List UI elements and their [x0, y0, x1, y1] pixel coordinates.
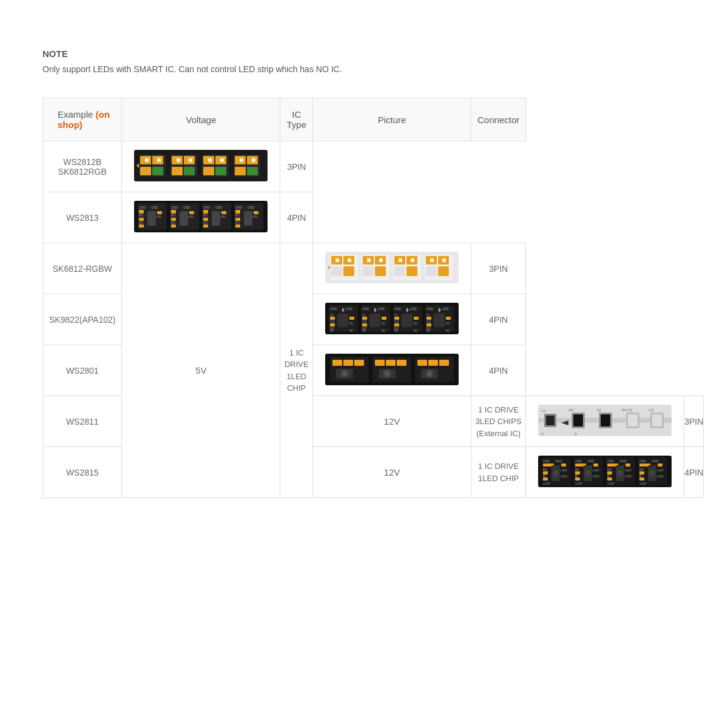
example-cell: WS2812B SK6812RGB [43, 141, 122, 192]
picture-cell: GND GND CI CO DO 5V 5V 5V GND GND CI [313, 294, 471, 345]
svg-text:L2: L2 [597, 408, 601, 412]
svg-text:DO: DO [171, 221, 176, 224]
table-row: WS2813 GND GND BO DO +5V GND GND BO [43, 192, 704, 243]
svg-rect-215 [561, 463, 566, 467]
svg-text:GND: GND [171, 206, 178, 209]
svg-text:5V: 5V [349, 322, 354, 325]
svg-text:CI: CI [362, 313, 365, 317]
svg-text:CO: CO [394, 320, 399, 323]
svg-text:BO: BO [575, 468, 579, 471]
header-voltage: Voltage [122, 98, 280, 141]
svg-point-214 [553, 470, 559, 476]
svg-text:5V: 5V [362, 329, 366, 332]
svg-rect-19 [215, 167, 226, 175]
svg-text:CI: CI [330, 313, 333, 317]
svg-text:BO: BO [639, 468, 644, 471]
svg-text:CI: CI [426, 313, 430, 317]
svg-rect-193 [601, 414, 610, 426]
svg-text:GND: GND [652, 459, 659, 463]
picture-cell [313, 243, 471, 294]
note-section: NOTE Only support LEDs with SMART IC. Ca… [42, 49, 686, 76]
svg-rect-86 [363, 266, 374, 276]
svg-text:+12V: +12V [592, 468, 599, 472]
svg-rect-95 [399, 258, 402, 262]
svg-text:+12V: +12V [560, 468, 567, 472]
svg-text:GND: GND [410, 307, 417, 311]
table-header-row: Example (on shop) Voltage IC Type Pictur… [43, 98, 704, 141]
svg-text:R1: R1 [569, 408, 574, 412]
svg-text:5V: 5V [446, 322, 450, 325]
connector-cell: 3PIN [684, 396, 704, 447]
svg-text:GND: GND [203, 206, 211, 209]
connector-cell: 4PIN [471, 294, 526, 345]
svg-text:D: D [541, 432, 544, 436]
svg-rect-229 [593, 463, 598, 467]
svg-rect-88 [367, 258, 371, 262]
svg-text:+12V: +12V [607, 482, 615, 485]
svg-rect-180 [439, 360, 449, 366]
svg-rect-178 [417, 360, 427, 366]
svg-text:+12V: +12V [592, 474, 599, 478]
svg-rect-93 [394, 266, 405, 276]
svg-rect-190 [573, 414, 583, 426]
connector-cell: 4PIN [280, 192, 313, 243]
svg-text:CO: CO [362, 320, 367, 323]
svg-rect-25 [235, 167, 246, 175]
ic-type-cell: 1 IC DRIVE 1LED CHIP [280, 243, 313, 498]
svg-text:GND: GND [139, 206, 146, 209]
svg-text:GND: GND [362, 307, 369, 311]
svg-rect-62 [221, 211, 226, 214]
svg-text:+5V: +5V [156, 215, 162, 218]
svg-rect-94 [406, 266, 417, 276]
svg-text:BI: BI [607, 474, 610, 477]
connector-cell: 4PIN [684, 447, 704, 498]
svg-text:GND: GND [235, 206, 243, 209]
svg-text:5V: 5V [394, 329, 399, 332]
svg-rect-49 [171, 224, 176, 228]
svg-rect-6 [145, 158, 149, 162]
svg-rect-101 [438, 266, 449, 276]
picture-cell [313, 345, 471, 396]
svg-text:GND: GND [426, 307, 434, 311]
svg-point-242 [617, 470, 623, 476]
svg-rect-12 [184, 167, 195, 175]
svg-text:BO: BO [171, 214, 175, 217]
svg-rect-80 [343, 266, 354, 276]
svg-rect-38 [139, 224, 144, 228]
svg-text:GND: GND [378, 307, 385, 311]
svg-rect-164 [332, 360, 342, 366]
svg-rect-130 [382, 317, 386, 320]
svg-text:GND: GND [575, 459, 582, 463]
svg-rect-18 [203, 167, 214, 175]
example-cell: SK6812-RGBW [43, 243, 122, 294]
svg-rect-82 [348, 258, 351, 262]
svg-rect-28 [252, 158, 255, 162]
svg-text:GND: GND [555, 459, 562, 463]
svg-rect-100 [426, 266, 437, 276]
example-cell: WS2815 [43, 447, 122, 498]
svg-rect-171 [375, 360, 385, 366]
svg-text:5V: 5V [446, 329, 450, 332]
ic-type-cell: 1 IC DRIVE 1LED CHIP [471, 447, 526, 498]
svg-rect-79 [331, 266, 342, 276]
svg-text:GND: GND [248, 206, 255, 209]
svg-point-183 [427, 371, 432, 376]
svg-rect-165 [343, 360, 353, 366]
svg-rect-87 [375, 266, 386, 276]
svg-text:BI: BI [543, 474, 546, 477]
example-cell: WS2801 [43, 345, 122, 396]
picture-cell: GND GND BO BI +12V +12V +12V GND GND BO [526, 447, 684, 498]
connector-cell: 4PIN [471, 345, 526, 396]
svg-text:+12V: +12V [656, 474, 664, 478]
connector-cell: 3PIN [471, 243, 526, 294]
svg-rect-196 [628, 414, 638, 426]
svg-rect-60 [203, 224, 208, 228]
svg-text:+5V: +5V [188, 215, 194, 218]
svg-text:5V: 5V [382, 329, 386, 332]
header-example-text: Example [58, 109, 96, 120]
svg-rect-61 [212, 211, 220, 226]
svg-rect-72 [244, 211, 252, 226]
svg-text:GND: GND [346, 307, 353, 311]
example-cell: SK9822(APA102) [43, 294, 122, 345]
svg-text:+12V: +12V [543, 482, 550, 485]
